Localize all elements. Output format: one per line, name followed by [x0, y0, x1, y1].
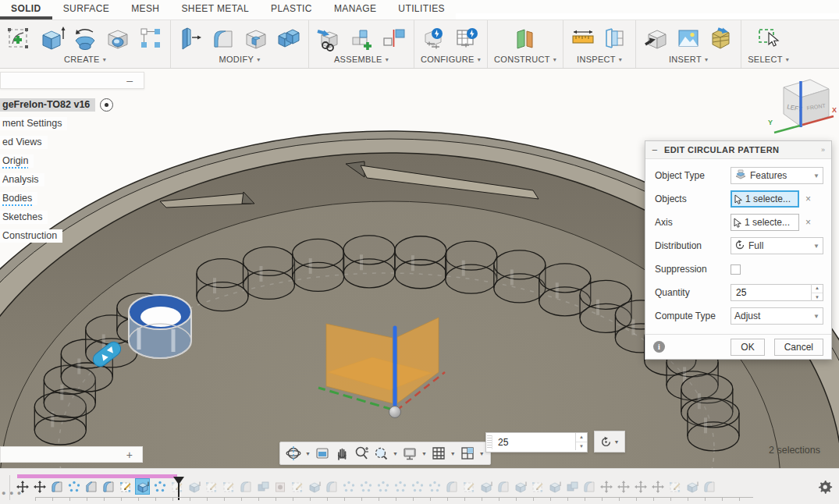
create-sketch-icon[interactable] — [6, 25, 33, 51]
origin-point[interactable] — [389, 406, 401, 418]
timeline-feature-combine[interactable] — [256, 479, 269, 494]
timeline-feature-sketch[interactable] — [290, 479, 304, 494]
timeline-feature-fillet[interactable] — [325, 479, 338, 494]
browser-collapse-bar[interactable]: – — [0, 72, 144, 89]
browser-collapse-icon[interactable]: – — [126, 74, 133, 87]
configuration-table-icon[interactable] — [454, 25, 481, 51]
pattern-cylinder-preview[interactable] — [446, 241, 497, 293]
display-settings-icon[interactable] — [402, 445, 418, 461]
browser-item-label[interactable]: Origin — [0, 154, 34, 168]
orbit-icon[interactable] — [286, 445, 301, 461]
pattern-quantity-stepper[interactable]: ▲▼ — [575, 433, 587, 450]
chevron-down-icon[interactable]: ▼ — [393, 451, 398, 456]
stepper-down-icon[interactable]: ▼ — [812, 293, 823, 302]
measure-icon[interactable] — [570, 25, 596, 51]
object-type-dropdown[interactable]: Features ▼ — [731, 167, 823, 184]
pattern-cylinder-preview[interactable] — [293, 239, 344, 291]
timeline-feature-fillet[interactable] — [445, 479, 458, 494]
chevron-down-icon[interactable]: ▼ — [305, 451, 311, 456]
stepper-up-icon[interactable]: ▲ — [576, 433, 587, 442]
zoom-icon[interactable] — [354, 445, 369, 461]
timeline-feature-fillet[interactable] — [239, 479, 252, 494]
viewports-icon[interactable] — [460, 445, 475, 461]
browser-item-sketches[interactable]: Sketches — [0, 211, 148, 224]
timeline-ruler[interactable] — [35, 497, 753, 501]
objects-clear-icon[interactable]: × — [805, 193, 811, 204]
tab-manage[interactable]: MANAGE — [323, 0, 387, 20]
view-cube[interactable]: LEFT FRONT Y X — [766, 73, 838, 140]
quantity-stepper[interactable]: ▲▼ — [811, 284, 823, 301]
canvas-icon[interactable] — [675, 25, 702, 51]
dialog-header[interactable]: − EDIT CIRCULAR PATTERN » — [645, 141, 831, 159]
ribbon-group-label-assemble[interactable]: ASSEMBLE▾ — [334, 55, 389, 64]
distribution-dropdown[interactable]: Full ▼ — [731, 237, 823, 254]
ribbon-group-label-select[interactable]: SELECT▾ — [748, 55, 789, 64]
look-at-icon[interactable] — [315, 445, 330, 461]
timeline-feature-pattern[interactable] — [393, 479, 407, 494]
timeline-feature-sketch[interactable] — [668, 479, 681, 494]
timeline-feature-fillet[interactable] — [582, 479, 595, 494]
distribution-type-button[interactable]: ▼ — [594, 431, 625, 453]
timeline-feature-pattern[interactable] — [153, 479, 166, 494]
browser-item-label[interactable]: geFrelon-TO82 v16 — [0, 98, 95, 112]
timeline-feature-extrude[interactable] — [136, 479, 149, 494]
timeline-feature-extrude[interactable] — [479, 479, 492, 494]
combine-icon[interactable] — [276, 25, 302, 51]
timeline-feature-move[interactable] — [651, 479, 664, 494]
press-pull-icon[interactable] — [177, 25, 204, 51]
axis-clear-icon[interactable]: × — [805, 217, 811, 228]
joint-icon[interactable] — [381, 25, 407, 51]
hole-icon[interactable] — [105, 25, 131, 51]
browser-item-gefrelon-to82-v16[interactable]: geFrelon-TO82 v16 — [0, 98, 148, 112]
tab-utilities[interactable]: UTILITIES — [387, 0, 456, 20]
drag-grip-icon[interactable] — [487, 435, 492, 449]
timeline-feature-extrude[interactable] — [685, 479, 699, 494]
timeline-feature-move[interactable] — [33, 479, 46, 494]
construction-plane-icon[interactable] — [512, 25, 539, 51]
timeline-feature-sketch[interactable] — [531, 479, 544, 494]
timeline-feature-move[interactable] — [634, 479, 647, 494]
timeline-feature-extrude[interactable] — [514, 479, 527, 494]
timeline-feature-pattern[interactable] — [411, 479, 424, 494]
selected-pattern-feature[interactable] — [129, 295, 191, 358]
zoom-window-icon[interactable] — [373, 445, 389, 461]
axis-select-button[interactable]: 1 selecte... — [731, 214, 799, 231]
pattern-cylinder-preview[interactable] — [688, 399, 739, 451]
timeline-feature-move[interactable] — [617, 479, 630, 494]
derive-icon[interactable] — [315, 25, 342, 51]
ribbon-group-label-inspect[interactable]: INSPECT▾ — [577, 55, 622, 64]
ok-button[interactable]: OK — [731, 339, 764, 356]
browser-item-origin[interactable]: Origin — [0, 154, 148, 168]
timeline-feature-sketch[interactable] — [462, 479, 475, 494]
timeline-feature-hole[interactable] — [273, 479, 286, 494]
timeline-feature-sketch[interactable] — [222, 479, 235, 494]
pan-icon[interactable] — [334, 445, 350, 461]
insert-derive-icon[interactable] — [642, 25, 669, 51]
revolve-icon[interactable] — [72, 25, 98, 51]
browser-item-construction[interactable]: Construction — [0, 229, 148, 243]
browser-item-analysis[interactable]: Analysis — [0, 173, 148, 186]
ribbon-group-label-modify[interactable]: MODIFY▾ — [219, 55, 261, 64]
timeline-feature-pattern[interactable] — [67, 479, 80, 494]
browser-bottom-bar[interactable]: + — [0, 446, 143, 463]
pattern-cylinder-preview[interactable] — [343, 236, 395, 288]
chevron-down-icon[interactable]: ▼ — [421, 451, 427, 456]
timeline-selected-range[interactable] — [17, 474, 177, 478]
timeline-feature-pattern[interactable] — [428, 479, 441, 494]
timeline-feature-sketch[interactable] — [204, 479, 218, 494]
timeline-feature-fillet[interactable] — [702, 479, 716, 494]
quantity-input[interactable]: 25 ▲▼ — [731, 284, 823, 301]
browser-item-label[interactable]: ment Settings — [0, 117, 67, 130]
ribbon-group-label-create[interactable]: CREATE▾ — [64, 55, 106, 64]
pattern-quantity-value[interactable]: 25 — [492, 433, 575, 452]
section-analysis-icon[interactable] — [603, 25, 629, 51]
stepper-up-icon[interactable]: ▲ — [812, 284, 823, 293]
compute-type-dropdown[interactable]: Adjust ▼ — [731, 307, 823, 325]
pattern-cylinder-preview[interactable] — [494, 250, 546, 303]
timeline-feature-pattern[interactable] — [359, 479, 372, 494]
select-window-icon[interactable] — [755, 25, 782, 51]
timeline-feature-pattern[interactable] — [342, 479, 355, 494]
timeline-feature-extrude[interactable] — [548, 479, 561, 494]
browser-item-ed-views[interactable]: ed Views — [0, 136, 148, 149]
configuration-icon[interactable] — [421, 25, 448, 51]
